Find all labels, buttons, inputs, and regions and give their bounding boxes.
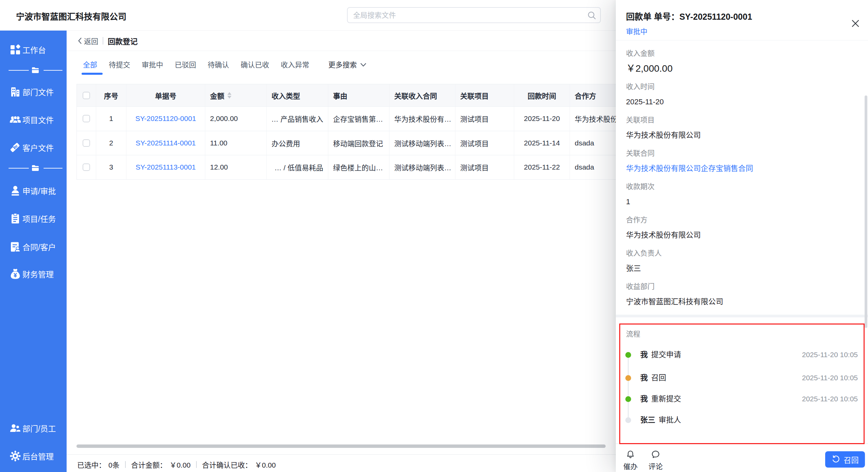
select-all-checkbox[interactable] [77,84,96,107]
close-icon[interactable] [851,19,860,28]
timeline-timestamp: 2025-11-20 10:05 [802,373,858,382]
table-cell: 2 [96,131,126,156]
horizontal-scrollbar[interactable] [76,444,616,448]
field-label: 收入时间 [626,83,664,90]
cell-value: 2025-11-20 [524,115,560,123]
field-关联项目: 关联项目 华为技术股份有限公司 [626,116,701,139]
tab-确认已收[interactable]: 确认已收 [241,60,269,69]
tab-待提交[interactable]: 待提交 [109,60,130,69]
field-label: 收益部门 [626,283,723,290]
total-amount-label: 合计金额： [131,459,167,470]
global-search [347,7,601,23]
cell-value: 3 [109,163,113,171]
sidebar-item-客户文件[interactable]: 客户文件 [0,141,67,154]
timeline-actor: 我 [640,395,648,403]
divider-line [8,70,29,71]
table-cell: SY-20251114-0001 [126,131,205,156]
column-header-label: 关联项目 [460,90,489,101]
column-header-关联收入合同: 关联收入合同 [389,84,455,107]
cell-value: 测试项目 [460,162,489,172]
column-header-label: 回款时间 [528,90,556,101]
timeline-timestamp: 2025-11-20 10:05 [802,395,858,403]
sidebar-item-合同/客户[interactable]: 合同/客户 [0,240,67,254]
sidebar-item-label: 项目/任务 [22,213,56,224]
sidebar-item-label: 部门/员工 [22,422,56,434]
cell-value: 11.00 [210,139,227,147]
tab-审批中[interactable]: 审批中 [142,60,163,69]
undo-icon [831,455,840,464]
search-input[interactable] [347,7,601,23]
detail-drawer: 回款单 单号：SY-20251120-0001 审批中 收入金额 ￥2,000.… [616,0,868,472]
sidebar-item-申请/审批[interactable]: 申请/审批 [0,184,67,197]
field-value: 1 [626,198,655,206]
tab-全部[interactable]: 全部 [83,60,97,69]
tab-收入异常[interactable]: 收入异常 [281,60,309,69]
cell-value: 测试项目 [460,138,489,148]
cell-value: 移动端回款登记 [333,138,383,148]
column-header-label: 单据号 [155,90,176,101]
comment-button[interactable]: 评论 [642,450,669,471]
field-label: 收款期次 [626,183,655,190]
comment-icon [651,450,660,459]
sidebar-item-财务管理[interactable]: 财务管理 [0,267,67,281]
document-number-link[interactable]: SY-20251114-0001 [136,139,196,147]
sidebar-item-项目文件[interactable]: 项目文件 [0,113,67,126]
cell-value: … / 低值易耗品 [274,162,323,172]
finance-icon [9,268,21,280]
horizontal-scrollbar-thumb[interactable] [76,444,606,448]
column-header-单据号: 单据号 [126,84,205,107]
drawer-scrollbar-thumb[interactable] [865,95,867,328]
back-button[interactable]: 返回 [84,36,98,46]
cell-value: 测试移动端列表… [394,162,451,172]
column-header-label: 合作方 [575,90,596,101]
sidebar-item-后台管理[interactable]: 后台管理 [0,449,67,463]
divider-line [44,70,63,71]
dept-employee-icon [9,422,21,434]
sidebar-item-label: 后台管理 [22,450,54,462]
timeline-dot-green [625,352,631,358]
document-number-link[interactable]: SY-20251120-0001 [135,115,196,123]
search-icon[interactable] [587,11,596,20]
cell-value: 2 [109,139,113,147]
sidebar-item-项目/任务[interactable]: 项目/任务 [0,212,67,225]
sidebar-item-部门/员工[interactable]: 部门/员工 [0,421,67,435]
tab-待确认[interactable]: 待确认 [208,60,229,69]
row-checkbox[interactable] [77,155,96,180]
cell-value: dsada [575,163,594,171]
field-value: 张三 [626,264,662,273]
sort-icon[interactable] [227,92,231,99]
sidebar-item-label: 财务管理 [22,268,54,280]
document-number-link[interactable]: SY-20251113-0001 [136,163,196,171]
field-value[interactable]: 华为技术股份有限公司企存宝销售合同 [626,164,753,173]
project-task-icon [9,212,21,225]
company-title: 宁波市智蓝图汇科技有限公司 [16,10,126,22]
row-checkbox[interactable] [77,131,96,156]
cell-value: 2025-11-14 [524,139,560,147]
timeline-actor: 张三 [640,416,655,424]
column-header-label: 序号 [104,90,118,101]
sidebar-item-工作台[interactable]: 工作台 [0,43,67,56]
sidebar-item-部门文件[interactable]: 部门文件 [0,85,67,99]
table-cell: 11.00 [205,131,267,156]
timeline-dot-gray [625,417,631,423]
recall-button[interactable]: 召回 [825,451,865,468]
column-header-序号: 序号 [96,84,126,107]
more-search-dropdown[interactable]: 更多搜索 [328,60,366,69]
field-收益部门: 收益部门 宁波市智蓝图汇科技有限公司 [626,283,723,306]
cell-value: 绿色楼上的山… [333,162,383,172]
page-title: 回款登记 [108,35,138,46]
back-chevron-icon[interactable] [77,37,82,45]
field-收入负责人: 收入负责人 张三 [626,249,662,273]
column-header-关联项目: 关联项目 [455,84,514,107]
column-header-label: 关联收入合同 [394,90,437,101]
folder-icon [31,164,39,172]
timeline-entry: 我召回 [640,373,666,382]
checkbox-icon [83,115,90,122]
drawer-footer: 催办 评论 召回 [616,443,868,472]
selected-count-label: 已选中： [77,459,106,470]
table-cell: SY-20251120-0001 [126,107,205,131]
row-checkbox[interactable] [77,107,96,131]
column-header-金额[interactable]: 金额 [205,84,267,107]
tab-已驳回[interactable]: 已驳回 [175,60,196,69]
urge-button[interactable]: 催办 [617,450,644,471]
